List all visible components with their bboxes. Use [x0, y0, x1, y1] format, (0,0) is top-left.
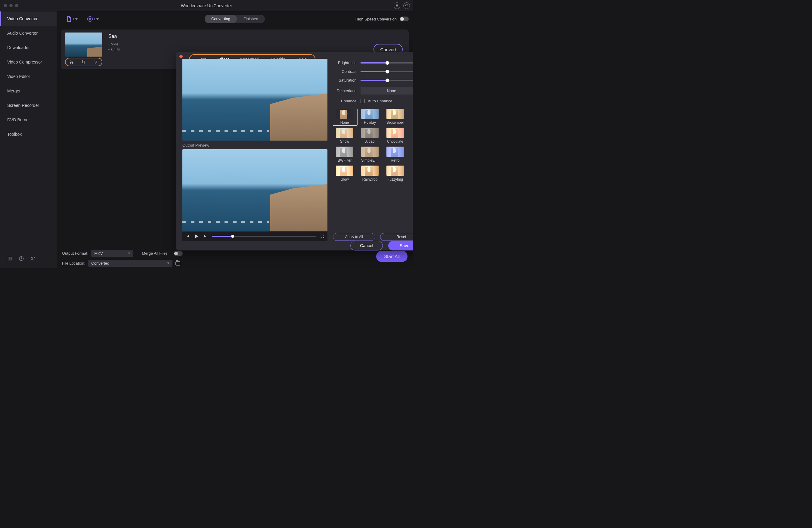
output-format-select[interactable]: MKV: [91, 250, 133, 257]
high-speed-label: High Speed Conversion: [356, 17, 397, 22]
sidebar-item-toolbox[interactable]: Toolbox: [0, 127, 57, 142]
output-preview-label: Output Preview: [183, 143, 328, 147]
deinterlace-value: None: [387, 88, 396, 93]
sidebar-item-video-compressor[interactable]: Video Compressor: [0, 55, 57, 69]
effect-chocolate[interactable]: Chocolate: [383, 128, 407, 144]
help-icon[interactable]: [19, 256, 24, 261]
svg-point-4: [89, 18, 91, 19]
svg-point-8: [96, 62, 97, 62]
effect-simpleelegant[interactable]: SimpleEl...: [358, 147, 382, 162]
auto-enhance-option: Auto Enhance: [368, 99, 392, 103]
contrast-label: Contrast:: [333, 69, 358, 74]
effect-holiday[interactable]: Holiday: [358, 109, 382, 125]
auto-enhance-checkbox[interactable]: [361, 99, 365, 103]
add-file-button[interactable]: +: [66, 16, 78, 22]
saturation-slider[interactable]: [361, 80, 413, 81]
app-title: Wondershare UniConverter: [0, 3, 413, 8]
source-preview: [183, 59, 328, 141]
tab-converting[interactable]: Converting: [205, 15, 237, 23]
toolbar: + + Converting Finished High Speed Conve…: [57, 12, 413, 27]
output-format-label: Output Format:: [62, 251, 88, 256]
main: + + Converting Finished High Speed Conve…: [57, 12, 413, 268]
effect-aibao[interactable]: Aibao: [358, 128, 382, 144]
step-forward-icon[interactable]: [203, 234, 208, 239]
output-preview: [183, 149, 328, 231]
contrast-slider[interactable]: [361, 71, 413, 72]
effect-bwfilter[interactable]: BWFilter: [333, 147, 356, 162]
sidebar-item-dvd-burner[interactable]: DVD Burner: [0, 113, 57, 127]
sidebar-item-merger[interactable]: Merger: [0, 84, 57, 98]
file-size: 8.4 M: [108, 47, 120, 52]
file-format: MP4: [108, 42, 120, 46]
apply-to-all-button[interactable]: Apply to All: [333, 233, 375, 241]
sidebar-item-video-converter[interactable]: Video Converter: [0, 12, 57, 26]
sidebar-item-audio-converter[interactable]: Audio Converter: [0, 26, 57, 40]
effect-raindrop[interactable]: RainDrop: [358, 166, 382, 182]
effect-none[interactable]: No EffectNone: [333, 109, 358, 126]
svg-point-0: [396, 4, 397, 6]
guide-icon[interactable]: [7, 256, 13, 261]
cancel-button[interactable]: Cancel: [350, 241, 383, 251]
start-all-button[interactable]: Start All: [376, 251, 407, 262]
playback-slider[interactable]: [212, 236, 316, 237]
file-title: Sea: [108, 34, 120, 39]
effects-grid: No EffectNone Holiday September Snow Aib…: [333, 109, 413, 182]
enhance-label: Enhance:: [333, 99, 358, 103]
trim-icon[interactable]: [69, 60, 74, 65]
tab-finished[interactable]: Finished: [237, 15, 265, 23]
save-button[interactable]: Save: [388, 241, 413, 251]
file-location-value: Converted: [91, 261, 109, 266]
svg-point-9: [95, 62, 96, 63]
play-icon[interactable]: [194, 233, 199, 239]
brightness-slider[interactable]: [361, 62, 413, 63]
svg-point-2: [32, 257, 33, 259]
account-icon[interactable]: [394, 2, 400, 9]
effects-icon[interactable]: [93, 60, 98, 65]
file-thumbnail[interactable]: [65, 32, 102, 57]
sidebar-item-screen-recorder[interactable]: Screen Recorder: [0, 98, 57, 113]
invite-icon[interactable]: [30, 256, 35, 261]
file-location-select[interactable]: Converted: [88, 260, 172, 267]
effect-retro[interactable]: Retro: [383, 147, 407, 162]
crop-icon[interactable]: [81, 60, 86, 65]
merge-toggle[interactable]: [174, 251, 183, 256]
reset-button[interactable]: Reset: [380, 233, 413, 241]
step-back-icon[interactable]: [185, 234, 190, 239]
effect-snow[interactable]: Snow: [333, 128, 356, 144]
svg-point-7: [95, 61, 95, 61]
output-format-value: MKV: [94, 251, 103, 256]
saturation-label: Saturation:: [333, 78, 358, 83]
effect-fuzzyimg[interactable]: FuzzyImg: [383, 166, 407, 182]
effect-september[interactable]: September: [383, 109, 407, 125]
file-location-label: File Location:: [62, 261, 85, 266]
merge-label: Merge All Files: [142, 251, 167, 256]
editor-popup: Crop Effect Watermark Subtitle Audio Out…: [176, 52, 413, 251]
deinterlace-label: Deinterlace:: [333, 88, 358, 93]
sidebar: Video Converter Audio Converter Download…: [0, 12, 57, 268]
high-speed-toggle[interactable]: [400, 17, 409, 22]
effect-glow[interactable]: Glow: [333, 166, 356, 182]
file-edit-tools: [65, 58, 102, 66]
fullscreen-icon[interactable]: [320, 234, 324, 239]
sidebar-item-downloader[interactable]: Downloader: [0, 40, 57, 55]
deinterlace-select[interactable]: None: [361, 87, 413, 95]
brightness-label: Brightness:: [333, 60, 358, 65]
add-disc-button[interactable]: +: [87, 16, 99, 22]
titlebar: Wondershare UniConverter: [0, 0, 413, 12]
sidebar-item-video-editor[interactable]: Video Editor: [0, 69, 57, 84]
status-segment: Converting Finished: [205, 15, 265, 23]
editor-close-icon[interactable]: [179, 55, 183, 58]
svg-point-3: [88, 17, 93, 22]
feedback-icon[interactable]: [403, 2, 410, 9]
playback-bar: [183, 232, 328, 241]
open-folder-icon[interactable]: [175, 261, 180, 266]
